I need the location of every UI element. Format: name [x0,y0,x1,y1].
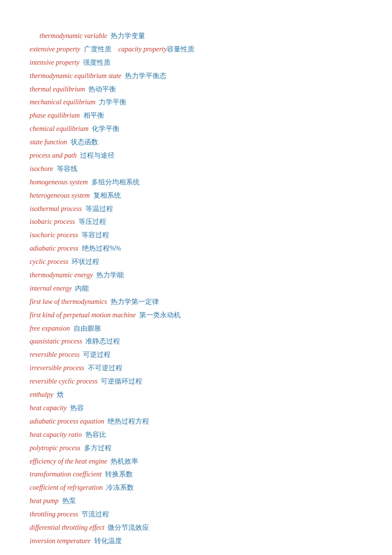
term-line: irreversible process 不可逆过程 [30,362,372,375]
english-term: chemical equilibrium [30,125,88,132]
chinese-term: 第一类永动机 [139,311,181,319]
term-line: heat pump 热泵 [30,495,372,508]
chinese-term: 环状过程 [72,258,99,265]
english-term: enthalpy [30,391,53,398]
english-term: heat capacity ratio [30,431,82,438]
english-term: heat capacity [30,404,67,412]
term-line: thermal equilibrium 热动平衡 [30,83,372,96]
chinese-term: 冷冻系数 [106,484,134,491]
term-line: heterogeneous system 复相系统 [30,189,372,202]
chinese-term: 等容线 [57,165,78,172]
english-term: quasistatic process [30,338,82,345]
chinese-term: 等容过程 [81,231,109,239]
term-line: first kind of perpetual motion machine 第… [30,309,372,322]
english-term: reversible process [30,351,79,358]
chinese-term: 等压过程 [78,218,106,225]
term-line: free expansion 自由膨胀 [30,322,372,335]
chinese-term: 节流过程 [81,511,109,518]
chinese-term: 广度性质 [84,45,112,53]
term-line: differential throttling effect 微分节流效应 [30,521,372,534]
english-term: homogeneous system [30,178,88,186]
chinese-term: 多组分均相系统 [91,178,140,186]
english-term: adiabatic process equation [30,418,104,425]
term-line: adiabatic process equation 绝热过程方程 [30,415,372,428]
english-term: heterogeneous system [30,192,90,199]
chinese-term: 热动平衡 [88,85,116,93]
term-line: inversion temperature 转化温度 [30,535,372,548]
term-line: thermodynamic energy 热力学能 [30,269,372,282]
term-line: first law of thermodynamics 热力学第一定律 [30,296,372,308]
term-line: chemical equilibrium 化学平衡 [30,123,372,135]
english-term: irreversible process [30,364,84,372]
chinese-term: 内能 [75,285,89,292]
english-term: isobaric process [30,218,75,225]
term-line: transformation coefficient 转换系数 [30,468,372,481]
term-line: intensive property 强度性质 [30,56,372,69]
chinese-term: 强度性质 [83,59,111,66]
chinese-term-2: 容量性质 [167,45,195,53]
chinese-term: 绝热过程%% [82,245,121,252]
chinese-term: 复相系统 [93,192,121,199]
english-term: reversible cyclic process [30,378,97,385]
english-term: isochore [30,165,53,172]
term-line: extensive property 广度性质 capacity propert… [30,43,372,56]
english-term: isochoric process [30,231,78,239]
term-line: process and path 过程与途径 [30,149,372,162]
english-term: extensive property [30,45,80,53]
chinese-term: 力学平衡 [99,98,126,106]
term-line: coefficient of refrigeration 冷冻系数 [30,481,372,494]
english-term: adiabatic process [30,245,78,252]
term-line: cyclic process 环状过程 [30,256,372,268]
chinese-term: 热力学能 [96,271,124,279]
chinese-term: 可逆循环过程 [101,378,142,385]
english-term: first kind of perpetual motion machine [30,311,136,319]
term-line: heat capacity 热容 [30,402,372,415]
term-line: reversible cyclic process 可逆循环过程 [30,375,372,388]
term-line: homogeneous system 多组分均相系统 [30,176,372,189]
term-line: enthalpy 焓 [30,388,372,401]
term-line: state function 状态函数 [30,136,372,149]
english-term: cyclic process [30,258,68,265]
chinese-term: 不可逆过程 [88,364,122,372]
english-term: mechanical equilibrium [30,98,95,106]
chinese-term: 可逆过程 [83,351,111,358]
chinese-term: 热力学平衡态 [125,72,166,80]
chinese-term: 准静态过程 [85,338,120,345]
chinese-term: 转换系数 [105,470,133,478]
english-term: polytropic process [30,444,80,452]
chinese-term: 相平衡 [83,112,104,119]
english-term: thermodynamic equilibrium state [30,72,121,80]
english-term: first law of thermodynamics [30,298,107,305]
english-term: thermal equilibrium [30,85,85,93]
english-term: intensive property [30,59,79,66]
english-term: throttling process [30,511,78,518]
chinese-term: 状态函数 [71,138,98,146]
term-line: isochoric process 等容过程 [30,229,372,242]
english-term: coefficient of refrigeration [30,484,103,491]
english-term: phase equilibrium [30,112,80,119]
english-term: internal energy [30,285,72,292]
term-line: quasistatic process 准静态过程 [30,335,372,348]
chinese-term: 焓 [57,391,64,398]
chinese-term: 等温过程 [85,205,113,213]
term-line: reversible process 可逆过程 [30,348,372,361]
english-term: transformation coefficient [30,470,102,478]
english-term: state function [30,138,67,146]
term-line: internal energy 内能 [30,282,372,295]
chinese-term: 化学平衡 [92,125,119,132]
english-term: efficiency of the heat engine [30,458,107,465]
english-term-2: capacity property [118,45,167,53]
chinese-term: 热力学第一定律 [111,298,159,305]
term-line: isochore 等容线 [30,163,372,175]
chinese-term: 转化温度 [94,537,122,545]
chinese-term: 热容比 [85,431,106,438]
chinese-term: 绝热过程方程 [108,418,149,425]
chinese-term: 热机效率 [111,458,138,465]
term-line: mechanical equilibrium 力学平衡 [30,96,372,109]
english-term: heat pump [30,497,59,505]
term-line: polytropic process 多方过程 [30,442,372,455]
english-term: differential throttling effect [30,524,104,531]
chinese-term: 自由膨胀 [74,325,101,332]
term-line: heat capacity ratio 热容比 [30,428,372,441]
chinese-term: 过程与途径 [80,152,115,159]
